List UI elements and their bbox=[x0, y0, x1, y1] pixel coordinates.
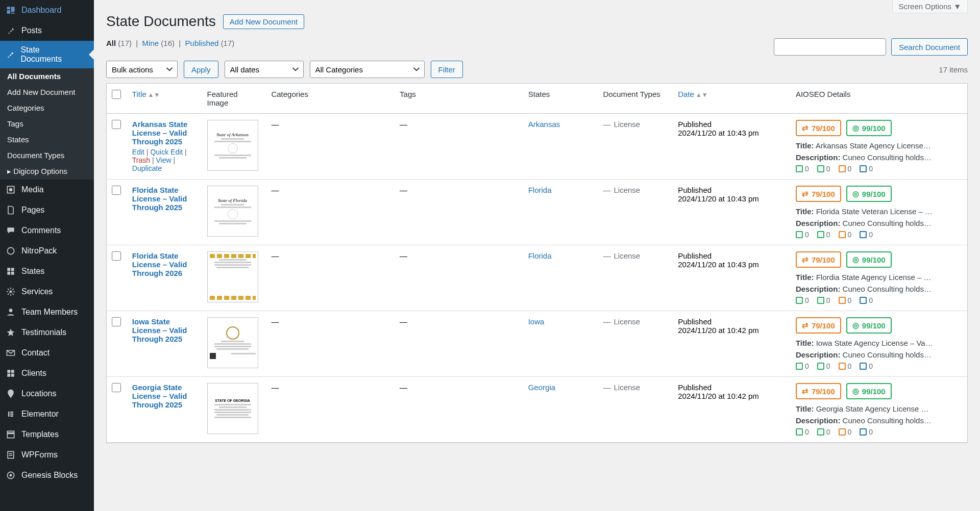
search-input[interactable] bbox=[774, 38, 886, 56]
truseo-score-badge[interactable]: ⇄79/100 bbox=[796, 186, 841, 202]
truseo-score-badge[interactable]: ⇄79/100 bbox=[796, 317, 841, 334]
screen-options-tab[interactable]: Screen Options ▼ bbox=[892, 0, 968, 13]
menu-item-testimonials[interactable]: Testimonials bbox=[0, 322, 94, 343]
state-link[interactable]: Iowa bbox=[528, 317, 545, 326]
aioseo-external-icon[interactable]: 0 bbox=[860, 362, 873, 370]
aioseo-cart-icon[interactable]: 0 bbox=[839, 362, 852, 370]
featured-image-cell[interactable] bbox=[202, 245, 266, 311]
row-checkbox[interactable] bbox=[112, 186, 121, 195]
row-checkbox[interactable] bbox=[112, 120, 121, 129]
truseo-score-badge[interactable]: ⇄79/100 bbox=[796, 251, 841, 268]
duplicate-link[interactable]: Duplicate bbox=[132, 164, 162, 172]
submenu-item-states[interactable]: States bbox=[0, 132, 94, 147]
aioseo-external-icon[interactable]: 0 bbox=[860, 231, 873, 239]
aioseo-link-icon[interactable]: 0 bbox=[796, 362, 809, 370]
menu-item-clients[interactable]: Clients bbox=[0, 363, 94, 384]
menu-item-team-members[interactable]: Team Members bbox=[0, 302, 94, 322]
doctype-link[interactable]: License bbox=[614, 383, 640, 392]
headline-score-badge[interactable]: ◎99/100 bbox=[846, 186, 892, 202]
state-link[interactable]: Florida bbox=[528, 186, 552, 194]
document-title-link[interactable]: Arkansas State License – Valid Through 2… bbox=[132, 120, 187, 146]
headline-score-badge[interactable]: ◎99/100 bbox=[846, 120, 892, 136]
menu-item-wpforms[interactable]: WPForms bbox=[0, 445, 94, 465]
aioseo-link-icon[interactable]: 0 bbox=[817, 165, 830, 173]
doctype-link[interactable]: License bbox=[614, 251, 640, 260]
row-checkbox[interactable] bbox=[112, 383, 121, 392]
menu-item-locations[interactable]: Locations bbox=[0, 384, 94, 404]
aioseo-external-icon[interactable]: 0 bbox=[860, 296, 873, 304]
quick-edit-link[interactable]: Quick Edit bbox=[150, 148, 183, 156]
document-title-link[interactable]: Georgia State License – Valid Through 20… bbox=[132, 383, 187, 409]
col-title[interactable]: Title▲▼ bbox=[127, 84, 202, 114]
aioseo-link-icon[interactable]: 0 bbox=[796, 165, 809, 173]
aioseo-link-icon[interactable]: 0 bbox=[817, 296, 830, 304]
headline-score-badge[interactable]: ◎99/100 bbox=[846, 317, 892, 334]
submenu-item-categories[interactable]: Categories bbox=[0, 100, 94, 116]
doctype-link[interactable]: License bbox=[614, 186, 640, 194]
menu-item-genesis-blocks[interactable]: Genesis Blocks bbox=[0, 465, 94, 486]
view-link[interactable]: View bbox=[156, 156, 172, 164]
doctype-link[interactable]: License bbox=[614, 317, 640, 326]
menu-item-contact[interactable]: Contact bbox=[0, 343, 94, 363]
menu-item-media[interactable]: Media bbox=[0, 180, 94, 200]
filter-button[interactable]: Filter bbox=[431, 61, 463, 78]
aioseo-cart-icon[interactable]: 0 bbox=[839, 428, 852, 436]
row-checkbox[interactable] bbox=[112, 317, 121, 326]
truseo-score-badge[interactable]: ⇄79/100 bbox=[796, 383, 841, 399]
featured-image-cell[interactable]: State of Florida bbox=[202, 180, 266, 245]
date-filter-select[interactable]: All dates bbox=[225, 61, 304, 78]
featured-image-cell[interactable]: State of Arkansas bbox=[202, 114, 266, 180]
edit-link[interactable]: Edit bbox=[132, 148, 144, 156]
trash-link[interactable]: Trash bbox=[132, 156, 150, 164]
menu-item-services[interactable]: Services bbox=[0, 282, 94, 302]
category-filter-select[interactable]: All Categories bbox=[310, 61, 425, 78]
state-link[interactable]: Arkansas bbox=[528, 120, 560, 129]
col-date[interactable]: Date▲▼ bbox=[673, 84, 791, 114]
filter-published[interactable]: Published (17) bbox=[185, 39, 235, 47]
doctype-link[interactable]: License bbox=[614, 120, 640, 129]
featured-image-cell[interactable] bbox=[202, 311, 266, 377]
add-new-document-button[interactable]: Add New Document bbox=[223, 14, 304, 29]
submenu-item-add-new-document[interactable]: Add New Document bbox=[0, 84, 94, 100]
submenu-item-document-types[interactable]: Document Types bbox=[0, 147, 94, 163]
apply-bulk-button[interactable]: Apply bbox=[184, 61, 218, 78]
submenu-item-digicop-options[interactable]: ▸ Digicop Options bbox=[0, 163, 94, 180]
aioseo-link-icon[interactable]: 0 bbox=[817, 362, 830, 370]
menu-item-state-documents[interactable]: State Documents bbox=[0, 41, 94, 68]
document-title-link[interactable]: Florida State License – Valid Through 20… bbox=[132, 251, 187, 277]
featured-image-cell[interactable]: STATE OF GEORGIA bbox=[202, 377, 266, 443]
headline-score-badge[interactable]: ◎99/100 bbox=[846, 251, 892, 268]
submenu-item-tags[interactable]: Tags bbox=[0, 116, 94, 132]
aioseo-link-icon[interactable]: 0 bbox=[796, 428, 809, 436]
menu-item-nitropack[interactable]: NitroPack bbox=[0, 241, 94, 261]
menu-item-posts[interactable]: Posts bbox=[0, 20, 94, 41]
aioseo-link-icon[interactable]: 0 bbox=[796, 296, 809, 304]
menu-item-elementor[interactable]: Elementor bbox=[0, 404, 94, 424]
aioseo-external-icon[interactable]: 0 bbox=[860, 428, 873, 436]
truseo-score-badge[interactable]: ⇄79/100 bbox=[796, 120, 841, 136]
menu-item-comments[interactable]: Comments bbox=[0, 220, 94, 241]
submenu-item-all-documents[interactable]: All Documents bbox=[0, 68, 94, 84]
aioseo-link-icon[interactable]: 0 bbox=[817, 428, 830, 436]
select-all-checkbox[interactable] bbox=[112, 90, 121, 99]
state-link[interactable]: Georgia bbox=[528, 383, 555, 392]
menu-item-pages[interactable]: Pages bbox=[0, 200, 94, 220]
aioseo-cart-icon[interactable]: 0 bbox=[839, 296, 852, 304]
aioseo-cart-icon[interactable]: 0 bbox=[839, 165, 852, 173]
filter-mine[interactable]: Mine (16) bbox=[142, 39, 175, 47]
state-link[interactable]: Florida bbox=[528, 251, 552, 260]
aioseo-cart-icon[interactable]: 0 bbox=[839, 231, 852, 239]
menu-item-states[interactable]: States bbox=[0, 261, 94, 282]
aioseo-external-icon[interactable]: 0 bbox=[860, 165, 873, 173]
document-title-link[interactable]: Florida State License – Valid Through 20… bbox=[132, 186, 187, 212]
aioseo-link-icon[interactable]: 0 bbox=[817, 231, 830, 239]
headline-score-badge[interactable]: ◎99/100 bbox=[846, 383, 892, 399]
bulk-actions-select[interactable]: Bulk actions bbox=[106, 61, 178, 78]
menu-item-dashboard[interactable]: Dashboard bbox=[0, 0, 94, 20]
search-button[interactable]: Search Document bbox=[891, 38, 968, 56]
document-title-link[interactable]: Iowa State License – Valid Through 2025 bbox=[132, 317, 187, 343]
aioseo-link-icon[interactable]: 0 bbox=[796, 231, 809, 239]
row-checkbox[interactable] bbox=[112, 251, 121, 261]
menu-item-templates[interactable]: Templates bbox=[0, 424, 94, 445]
filter-all[interactable]: All (17) bbox=[106, 39, 132, 47]
